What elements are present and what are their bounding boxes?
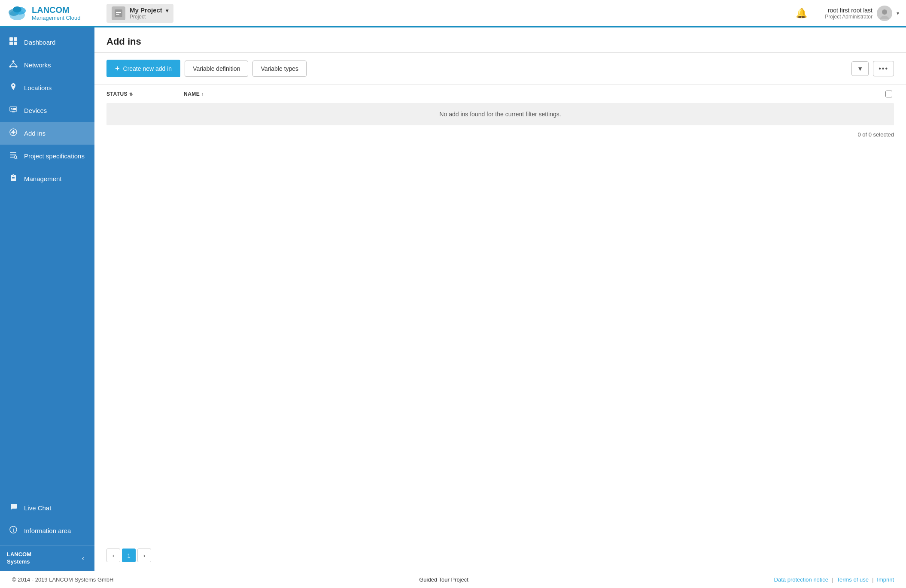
sidebar-bottom: Live Chat i Information area xyxy=(0,493,94,546)
footer-terms-of-use-link[interactable]: Terms of use xyxy=(836,576,868,583)
addins-icon xyxy=(9,128,18,139)
sidebar-label-management: Management xyxy=(24,175,62,182)
app-footer: © 2014 - 2019 LANCOM Systems GmbH Guided… xyxy=(0,571,906,588)
user-avatar xyxy=(877,6,892,21)
sidebar-item-devices[interactable]: Devices xyxy=(0,99,94,122)
live-chat-icon xyxy=(9,503,18,513)
create-icon: + xyxy=(115,64,120,73)
select-all-input[interactable] xyxy=(885,91,892,97)
svg-point-28 xyxy=(12,131,15,133)
sidebar-item-locations[interactable]: Locations xyxy=(0,76,94,99)
create-button-label: Create new add in xyxy=(123,65,172,72)
selected-count: 0 of 0 selected xyxy=(857,131,894,138)
svg-rect-20 xyxy=(11,108,12,109)
sidebar-item-dashboard[interactable]: Dashboard xyxy=(0,31,94,54)
project-icon xyxy=(112,6,125,20)
pagination: ‹ 1 › xyxy=(94,544,906,571)
toolbar: + Create new add in Variable definition … xyxy=(94,53,906,85)
svg-rect-10 xyxy=(14,37,17,41)
networks-icon xyxy=(9,60,18,70)
header-right: 🔔 root first root last Project Administr… xyxy=(796,6,899,21)
filter-button[interactable]: ▼ xyxy=(851,61,869,76)
locations-icon xyxy=(9,82,18,93)
content-area: Add ins + Create new add in Variable def… xyxy=(94,27,906,571)
more-options-button[interactable]: ••• xyxy=(873,61,894,76)
col-name-header[interactable]: NAME ↑ xyxy=(184,91,884,97)
footer-divider-2: | xyxy=(872,576,873,583)
footer-data-protection-link[interactable]: Data protection notice xyxy=(774,576,828,583)
project-info: My Project ▾ Project xyxy=(130,6,168,20)
sidebar-item-project-specifications[interactable]: Project specifications xyxy=(0,145,94,167)
sidebar-footer: LANCOM Systems ‹ xyxy=(0,546,94,571)
user-name: root first root last xyxy=(828,7,873,14)
svg-rect-4 xyxy=(115,9,122,17)
svg-point-7 xyxy=(882,9,887,15)
table-header: STATUS ⇅ NAME ↑ xyxy=(106,85,894,102)
logo-title: LANCOM xyxy=(32,5,80,15)
user-dropdown-arrow[interactable]: ▾ xyxy=(897,10,899,16)
devices-icon xyxy=(9,105,18,116)
footer-imprint-link[interactable]: Imprint xyxy=(877,576,894,583)
sidebar-item-addins[interactable]: Add ins xyxy=(0,122,94,145)
notification-bell-icon[interactable]: 🔔 xyxy=(796,8,807,19)
user-role: Project Administrator xyxy=(825,14,873,20)
sidebar: Dashboard Networks Locations Devices xyxy=(0,27,94,571)
information-area-icon: i xyxy=(9,525,18,536)
svg-line-17 xyxy=(13,63,16,66)
footer-links: Data protection notice | Terms of use | … xyxy=(774,576,894,583)
sidebar-label-addins: Add ins xyxy=(24,130,46,137)
select-all-checkbox[interactable] xyxy=(884,91,894,97)
sidebar-item-information-area[interactable]: i Information area xyxy=(0,519,94,542)
svg-rect-24 xyxy=(12,112,15,112)
logo-text: LANCOM Management Cloud xyxy=(32,5,80,21)
page-title: Add ins xyxy=(106,36,894,47)
sidebar-item-live-chat[interactable]: Live Chat xyxy=(0,497,94,519)
project-name: My Project ▾ xyxy=(130,6,168,14)
variable-definition-button[interactable]: Variable definition xyxy=(185,61,248,77)
project-selector[interactable]: My Project ▾ Project xyxy=(106,4,173,23)
logo-area: LANCOM Management Cloud xyxy=(7,3,93,24)
svg-text:i: i xyxy=(12,527,14,533)
svg-point-3 xyxy=(13,6,21,12)
col-status-header[interactable]: STATUS ⇅ xyxy=(106,91,184,97)
pagination-prev-button[interactable]: ‹ xyxy=(106,549,120,562)
management-icon xyxy=(9,173,18,184)
sidebar-item-management[interactable]: Management xyxy=(0,167,94,190)
content-header: Add ins xyxy=(94,27,906,53)
svg-line-16 xyxy=(10,63,13,66)
footer-divider-1: | xyxy=(832,576,833,583)
sidebar-label-dashboard: Dashboard xyxy=(24,39,55,46)
app-header: LANCOM Management Cloud My Project ▾ Pro… xyxy=(0,0,906,27)
project-type: Project xyxy=(130,14,168,20)
pagination-page-1-button[interactable]: 1 xyxy=(122,549,136,562)
name-sort-icon: ↑ xyxy=(201,92,204,97)
status-sort-icon: ⇅ xyxy=(129,92,133,97)
svg-rect-6 xyxy=(116,14,119,15)
main-layout: Dashboard Networks Locations Devices xyxy=(0,27,906,571)
project-specifications-icon xyxy=(9,151,18,161)
footer-copyright: © 2014 - 2019 LANCOM Systems GmbH xyxy=(12,576,113,583)
variable-types-button[interactable]: Variable types xyxy=(252,61,307,77)
svg-rect-12 xyxy=(14,42,17,45)
sidebar-item-networks[interactable]: Networks xyxy=(0,54,94,76)
create-add-in-button[interactable]: + Create new add in xyxy=(106,60,180,77)
svg-line-33 xyxy=(17,158,18,159)
filter-icon: ▼ xyxy=(857,65,863,72)
user-info[interactable]: root first root last Project Administrat… xyxy=(825,6,899,21)
sidebar-label-project-specifications: Project specifications xyxy=(24,152,85,160)
svg-rect-21 xyxy=(11,109,12,110)
sidebar-label-devices: Devices xyxy=(24,107,47,114)
sidebar-label-live-chat: Live Chat xyxy=(24,504,51,512)
lancom-logo-icon xyxy=(7,3,27,24)
sidebar-collapse-button[interactable]: ‹ xyxy=(79,553,88,564)
lancom-systems-logo: LANCOM Systems xyxy=(7,551,31,566)
sidebar-nav: Dashboard Networks Locations Devices xyxy=(0,27,94,493)
logo-subtitle: Management Cloud xyxy=(32,15,80,21)
sidebar-label-networks: Networks xyxy=(24,61,51,69)
dashboard-icon xyxy=(9,37,18,48)
svg-point-8 xyxy=(880,16,889,19)
table-area: STATUS ⇅ NAME ↑ No add ins found for the… xyxy=(94,85,906,544)
svg-point-32 xyxy=(14,156,17,158)
pagination-next-button[interactable]: › xyxy=(137,549,151,562)
svg-rect-9 xyxy=(9,37,13,41)
